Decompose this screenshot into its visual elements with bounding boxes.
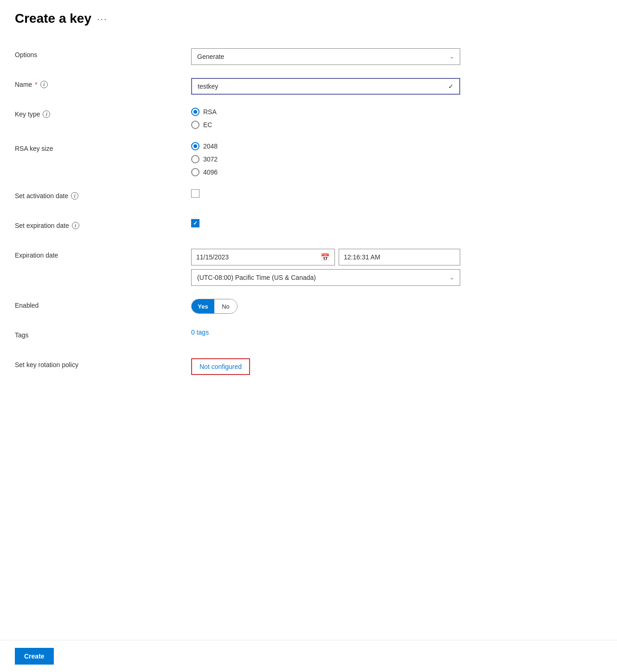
- timezone-value: (UTC-08:00) Pacific Time (US & Canada): [197, 274, 316, 281]
- page-container: Create a key ··· Options Generate ⌄ Name…: [0, 0, 617, 672]
- key-type-control: RSA EC: [191, 108, 602, 129]
- tags-link[interactable]: 0 tags: [191, 329, 209, 336]
- options-label: Options: [15, 48, 191, 58]
- expiration-date-label: Expiration date: [15, 249, 191, 259]
- key-type-radio-group: RSA EC: [191, 108, 602, 129]
- expiration-date-toggle-control: ✓: [191, 219, 602, 227]
- tags-control: 0 tags: [191, 329, 602, 336]
- rsa-key-size-row: RSA key size 2048 3072: [15, 142, 602, 176]
- activation-date-control: [191, 189, 602, 198]
- key-type-rsa-option[interactable]: RSA: [191, 108, 602, 116]
- timezone-dropdown[interactable]: (UTC-08:00) Pacific Time (US & Canada) ⌄: [191, 269, 460, 286]
- rsa-size-3072-label: 3072: [203, 155, 218, 163]
- rsa-size-4096-option[interactable]: 4096: [191, 168, 602, 176]
- activation-date-info-icon[interactable]: i: [71, 192, 78, 200]
- activation-date-label: Set activation date i: [15, 189, 191, 200]
- create-button[interactable]: Create: [15, 648, 54, 665]
- rotation-policy-box[interactable]: Not configured: [191, 358, 250, 375]
- activation-date-checkbox[interactable]: [191, 189, 199, 198]
- key-type-label: Key type i: [15, 108, 191, 118]
- options-control: Generate ⌄: [191, 48, 602, 65]
- form-container: Options Generate ⌄ Name * i testkey ✓: [0, 33, 617, 640]
- enabled-control: Yes No: [191, 299, 602, 314]
- expiration-date-checkbox-container: ✓: [191, 219, 602, 227]
- expiration-date-toggle-row: Set expiration date i ✓: [15, 219, 602, 236]
- rsa-size-3072-radio[interactable]: [191, 155, 199, 163]
- options-row: Options Generate ⌄: [15, 48, 602, 65]
- rotation-policy-label: Set key rotation policy: [15, 358, 191, 368]
- expiration-date-inputs: 11/15/2023 📅 12:16:31 AM (UTC-08:00) Pac…: [191, 249, 602, 286]
- rsa-size-2048-option[interactable]: 2048: [191, 142, 602, 150]
- tags-row: Tags 0 tags: [15, 329, 602, 345]
- enabled-toggle[interactable]: Yes No: [191, 299, 602, 314]
- page-title: Create a key: [15, 11, 91, 26]
- rsa-size-2048-radio[interactable]: [191, 142, 199, 150]
- tags-label: Tags: [15, 329, 191, 339]
- time-input[interactable]: 12:16:31 AM: [339, 249, 460, 265]
- more-options-icon[interactable]: ···: [97, 13, 108, 24]
- timezone-chevron-icon: ⌄: [450, 274, 454, 281]
- enabled-label: Enabled: [15, 299, 191, 309]
- key-type-ec-label: EC: [203, 121, 212, 129]
- name-info-icon[interactable]: i: [40, 81, 48, 88]
- name-input[interactable]: testkey ✓: [191, 78, 460, 95]
- expiration-date-control: 11/15/2023 📅 12:16:31 AM (UTC-08:00) Pac…: [191, 249, 602, 286]
- toggle-yes-option[interactable]: Yes: [192, 299, 214, 313]
- rsa-key-size-control: 2048 3072 4096: [191, 142, 602, 176]
- chevron-down-icon: ⌄: [450, 53, 454, 60]
- header: Create a key ···: [0, 0, 617, 33]
- rsa-size-2048-label: 2048: [203, 142, 218, 150]
- key-type-rsa-radio[interactable]: [191, 108, 199, 116]
- checkbox-check-icon: ✓: [193, 220, 198, 226]
- expiration-date-toggle-label: Set expiration date i: [15, 219, 191, 229]
- toggle-no-option[interactable]: No: [214, 299, 237, 313]
- expiration-date-info-icon[interactable]: i: [72, 222, 79, 229]
- expiration-date-row: Expiration date 11/15/2023 📅 12:16:31 AM: [15, 249, 602, 286]
- time-value: 12:16:31 AM: [344, 253, 380, 261]
- rotation-policy-container: Not configured: [191, 358, 250, 375]
- key-type-rsa-label: RSA: [203, 108, 217, 116]
- rotation-policy-control: Not configured: [191, 358, 602, 375]
- rotation-policy-link[interactable]: Not configured: [199, 363, 242, 370]
- calendar-icon: 📅: [321, 253, 330, 262]
- expiration-date-checkbox[interactable]: ✓: [191, 219, 199, 227]
- rsa-key-size-radio-group: 2048 3072 4096: [191, 142, 602, 176]
- radio-dot: [193, 144, 197, 148]
- activation-date-row: Set activation date i: [15, 189, 602, 206]
- name-check-icon: ✓: [448, 83, 454, 90]
- name-label: Name * i: [15, 78, 191, 88]
- enabled-row: Enabled Yes No: [15, 299, 602, 316]
- rotation-policy-row: Set key rotation policy Not configured: [15, 358, 602, 375]
- name-value: testkey: [198, 83, 218, 90]
- date-input[interactable]: 11/15/2023 📅: [191, 249, 335, 265]
- activation-date-checkbox-container: [191, 189, 602, 198]
- required-indicator: *: [35, 81, 37, 88]
- rsa-size-4096-label: 4096: [203, 168, 218, 176]
- footer: Create: [0, 640, 617, 672]
- radio-dot: [193, 110, 197, 114]
- name-row: Name * i testkey ✓: [15, 78, 602, 95]
- toggle-switch[interactable]: Yes No: [191, 299, 238, 314]
- key-type-row: Key type i RSA EC: [15, 108, 602, 129]
- key-type-info-icon[interactable]: i: [43, 110, 50, 118]
- options-dropdown[interactable]: Generate ⌄: [191, 48, 460, 65]
- date-value: 11/15/2023: [196, 253, 229, 261]
- rsa-key-size-label: RSA key size: [15, 142, 191, 152]
- name-control: testkey ✓: [191, 78, 602, 95]
- rsa-size-3072-option[interactable]: 3072: [191, 155, 602, 163]
- options-value: Generate: [197, 53, 224, 60]
- rsa-size-4096-radio[interactable]: [191, 168, 199, 176]
- key-type-ec-option[interactable]: EC: [191, 121, 602, 129]
- date-time-row: 11/15/2023 📅 12:16:31 AM: [191, 249, 602, 265]
- key-type-ec-radio[interactable]: [191, 121, 199, 129]
